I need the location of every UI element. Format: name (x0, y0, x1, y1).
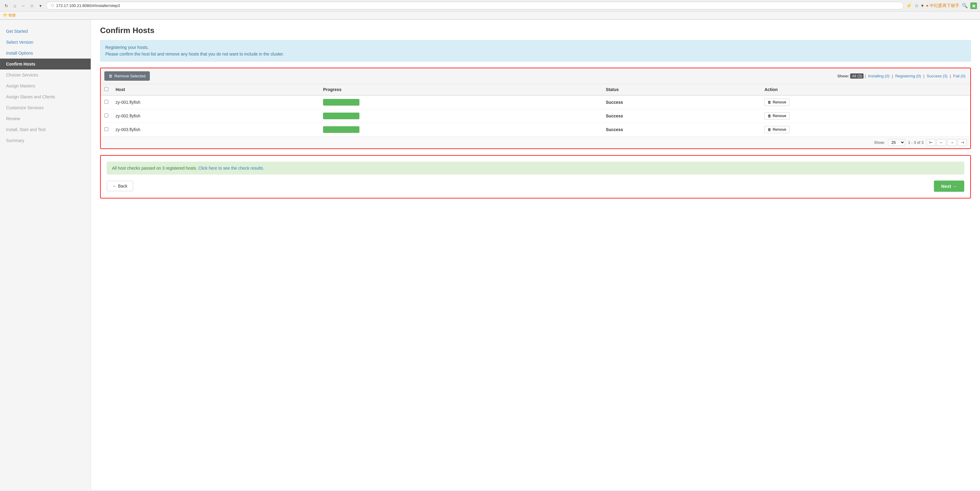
sidebar-item-get-started[interactable]: Get Started (0, 26, 91, 37)
sidebar-item-assign-masters: Assign Masters (0, 80, 91, 91)
filter-registering[interactable]: Registering (0) (895, 74, 921, 78)
row-action-2: 🗑 Remove (761, 123, 970, 136)
row-action-0: 🗑 Remove (761, 95, 970, 109)
filter-all[interactable]: All (3) (850, 73, 864, 78)
star2-icon[interactable]: ☆ (915, 3, 919, 8)
trash-icon-1: 🗑 (768, 114, 771, 118)
shield-icon: 🛡 (51, 4, 54, 8)
main-content: Confirm Hosts Registering your hosts. Pl… (91, 20, 980, 490)
row-checkbox-1[interactable] (104, 113, 108, 118)
chevron-down-icon[interactable]: ▾ (37, 2, 44, 9)
trash-icon: 🗑 (108, 74, 113, 78)
star-icon[interactable]: ☆ (29, 2, 35, 9)
table-footer: Show: 25 50 100 1 - 3 of 3 ⊢ ← → ⊣ (101, 136, 970, 148)
app-wrapper: Get Started Select Version Install Optio… (0, 20, 980, 490)
trash-icon-2: 🗑 (768, 128, 771, 132)
table-header-row: Host Progress Status Action (101, 84, 970, 95)
sidebar-item-review: Review (0, 113, 91, 124)
browser-nav-icons: ↻ ⌂ ← ☆ ▾ (3, 2, 44, 9)
row-remove-button-2[interactable]: 🗑 Remove (764, 126, 789, 133)
address-bar[interactable]: 🛡 172.17.100.21:8080/#/installer/step3 (46, 2, 904, 10)
show-label: Show: (837, 74, 849, 78)
first-page-button[interactable]: ⊢ (927, 139, 935, 146)
row-status-1: Success (602, 109, 761, 123)
row-progress-1 (320, 109, 602, 123)
info-box: Registering your hosts. Please confirm t… (100, 40, 971, 62)
row-progress-2 (320, 123, 602, 136)
show-filter: Show: All (3) | Installing (0) | Registe… (837, 74, 967, 78)
th-action: Action (761, 84, 970, 95)
page-title: Confirm Hosts (100, 26, 971, 35)
show-per-page-select[interactable]: 25 50 100 (888, 139, 905, 146)
progress-bar-fill-0 (323, 99, 360, 105)
success-text-before: All host checks passed on 3 registered h… (112, 166, 198, 171)
bottom-section: All host checks passed on 3 registered h… (100, 155, 971, 198)
brand-logo: ● 中纪委再下狠手 (926, 3, 959, 8)
filter-separator1: | (865, 74, 867, 78)
row-status-0: Success (602, 95, 761, 109)
table-toolbar: 🗑 Remove Selected Show: All (3) | Instal… (101, 68, 970, 84)
filter-separator3: | (923, 74, 925, 78)
extension-icon[interactable]: ▣ (970, 2, 977, 9)
sidebar-item-choose-services: Choose Services (0, 70, 91, 80)
back-nav-icon[interactable]: ← (20, 2, 27, 9)
sidebar: Get Started Select Version Install Optio… (0, 20, 91, 490)
search-icon[interactable]: 🔍 (962, 3, 968, 8)
next-page-button[interactable]: → (947, 139, 957, 146)
action-row: ← Back Next → (107, 180, 964, 192)
select-all-checkbox[interactable] (104, 87, 108, 91)
filter-installing[interactable]: Installing (0) (868, 74, 889, 78)
sidebar-item-select-version[interactable]: Select Version (0, 37, 91, 48)
chevron2-icon[interactable]: ▾ (921, 3, 924, 8)
remove-selected-button[interactable]: 🗑 Remove Selected (104, 71, 150, 81)
sidebar-item-install-start-test: Install, Start and Test (0, 124, 91, 135)
filter-fail[interactable]: Fail (0) (953, 74, 966, 78)
table-row: zy-003.flyfish Success 🗑 Remove (101, 123, 970, 136)
back-button[interactable]: ← Back (107, 181, 133, 191)
check-results-link[interactable]: Click here to see the check results. (198, 166, 264, 171)
last-page-button[interactable]: ⊣ (958, 139, 967, 146)
row-remove-button-0[interactable]: 🗑 Remove (764, 99, 789, 106)
row-host-2: zy-003.flyfish (112, 123, 320, 136)
table-row: zy-001.flyfish Success 🗑 Remove (101, 95, 970, 109)
refresh-icon[interactable]: ↻ (3, 2, 10, 9)
url-text: 172.17.100.21:8080/#/installer/step3 (56, 3, 120, 8)
filter-separator4: | (950, 74, 952, 78)
row-action-1: 🗑 Remove (761, 109, 970, 123)
progress-bar-wrap-1 (323, 113, 360, 119)
lightning-icon[interactable]: ⚡ (906, 3, 912, 8)
sidebar-item-install-options[interactable]: Install Options (0, 48, 91, 59)
browser-toolbar: ↻ ⌂ ← ☆ ▾ 🛡 172.17.100.21:8080/#/install… (0, 0, 980, 11)
row-status-2: Success (602, 123, 761, 136)
trash-icon-0: 🗑 (768, 100, 771, 104)
row-progress-0 (320, 95, 602, 109)
progress-bar-wrap-2 (323, 126, 360, 133)
browser-right-icons: ⚡ ☆ ▾ ● 中纪委再下狠手 🔍 ▣ (906, 2, 977, 9)
row-checkbox-0[interactable] (104, 100, 108, 104)
row-host-1: zy-002.flyfish (112, 109, 320, 123)
next-button[interactable]: Next → (934, 180, 964, 192)
table-row: zy-002.flyfish Success 🗑 Remove (101, 109, 970, 123)
progress-bar-fill-1 (323, 113, 360, 119)
row-checkbox-cell (101, 123, 112, 136)
row-remove-button-1[interactable]: 🗑 Remove (764, 112, 789, 120)
pagination-buttons: ⊢ ← → ⊣ (927, 139, 967, 146)
th-checkbox (101, 84, 112, 95)
row-checkbox-2[interactable] (104, 127, 108, 131)
sidebar-item-summary: Summary (0, 135, 91, 146)
show-label-footer: Show: (874, 140, 885, 145)
row-checkbox-cell (101, 109, 112, 123)
th-progress: Progress (320, 84, 602, 95)
progress-bar-fill-2 (323, 126, 360, 133)
home-icon[interactable]: ⌂ (11, 2, 18, 9)
prev-page-button[interactable]: ← (937, 139, 946, 146)
filter-success[interactable]: Success (3) (927, 74, 948, 78)
info-line2: Please confirm the host list and remove … (105, 51, 966, 57)
th-status: Status (602, 84, 761, 95)
progress-bar-wrap-0 (323, 99, 360, 105)
th-host: Host (112, 84, 320, 95)
sidebar-item-confirm-hosts[interactable]: Confirm Hosts (0, 59, 91, 70)
table-section: 🗑 Remove Selected Show: All (3) | Instal… (100, 68, 971, 149)
row-host-0: zy-001.flyfish (112, 95, 320, 109)
sidebar-item-assign-slaves: Assign Slaves and Clients (0, 91, 91, 102)
